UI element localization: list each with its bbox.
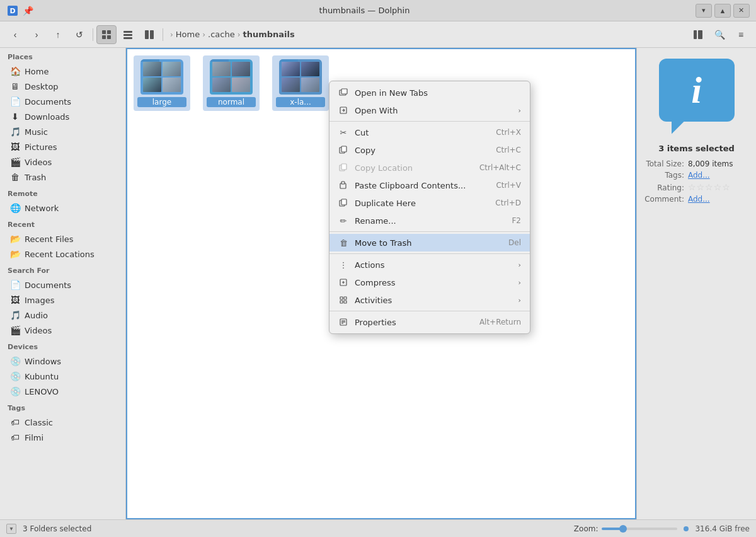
sidebar-item-lenovo[interactable]: 💿 LENOVO (3, 384, 123, 399)
svg-rect-5 (107, 35, 111, 39)
sidebar-item-pictures[interactable]: 🖼 Pictures (3, 139, 123, 154)
sidebar-item-home[interactable]: 🏠 Home (3, 64, 123, 79)
info-tags-add[interactable]: Add... (688, 171, 710, 180)
icons-view-button[interactable] (96, 25, 117, 44)
sidebar-item-recent-locations[interactable]: 📂 Recent Locations (3, 246, 123, 262)
thumb-x1 (282, 62, 300, 76)
ctx-rename[interactable]: ✏ Rename... F2 (329, 212, 530, 229)
info-comment-add[interactable]: Add... (688, 195, 710, 204)
thumb-x4 (301, 78, 319, 92)
up-button[interactable]: ↑ (48, 25, 68, 44)
ctx-copy-label: Copy (355, 146, 490, 155)
info-tags-label: Tags: (643, 171, 684, 180)
panel-button[interactable] (688, 25, 708, 44)
sidebar-item-search-videos[interactable]: 🎬 Videos (3, 323, 123, 338)
maximize-button[interactable]: ▲ (714, 4, 731, 18)
reload-button[interactable]: ↺ (69, 25, 89, 44)
ctx-compress-arrow: › (518, 279, 521, 287)
ctx-rename-label: Rename... (355, 216, 505, 226)
svg-text:D: D (9, 7, 15, 15)
pin-icon[interactable]: 📌 (23, 6, 33, 16)
ctx-move-trash-label: Move to Trash (355, 238, 502, 248)
ctx-compress-label: Compress (355, 278, 508, 287)
back-button[interactable]: ‹ (5, 25, 25, 44)
ctx-cut[interactable]: ✂ Cut Ctrl+X (329, 124, 530, 141)
folder-normal[interactable]: normal (203, 55, 260, 111)
ctx-compress[interactable]: Compress › (329, 274, 530, 291)
windows-icon: 💿 (10, 356, 20, 366)
sidebar-item-trash[interactable]: 🗑 Trash (3, 170, 123, 185)
hamburger-menu-button[interactable]: ≡ (731, 25, 751, 44)
forward-button[interactable]: › (26, 25, 47, 44)
sidebar-item-search-documents[interactable]: 📄 Documents (3, 277, 123, 292)
breadcrumb-cache[interactable]: .cache (208, 30, 235, 39)
ctx-actions[interactable]: ⋮ Actions › (329, 256, 530, 274)
ctx-activities-arrow: › (518, 296, 521, 304)
ctx-paste[interactable]: Paste Clipboard Contents... Ctrl+V (329, 176, 530, 194)
thumb-x3 (282, 78, 300, 92)
ctx-open-with-label: Open With (355, 106, 508, 115)
ctx-move-trash[interactable]: 🗑 Move to Trash Del (329, 234, 530, 251)
info-rating-stars[interactable]: ☆☆☆☆☆ (688, 182, 731, 192)
compact-view-button[interactable] (118, 25, 138, 44)
sidebar-item-windows[interactable]: 💿 Windows (3, 354, 123, 369)
sidebar-item-documents[interactable]: 📄 Documents (3, 94, 123, 109)
folder-xlarge[interactable]: x-la... (272, 55, 329, 111)
split-view-button[interactable] (139, 25, 159, 44)
breadcrumb-thumbnails[interactable]: thumbnails (243, 30, 294, 39)
ctx-open-with[interactable]: Open With › (329, 101, 530, 119)
sidebar-item-classic[interactable]: 🏷 Classic (3, 415, 123, 430)
sidebar-item-downloads[interactable]: ⬇ Downloads (3, 109, 123, 124)
svg-rect-2 (102, 30, 106, 34)
sidebar-item-search-images[interactable]: 🖼 Images (3, 292, 123, 308)
ctx-activities-label: Activities (355, 296, 508, 305)
ctx-copy[interactable]: Copy Ctrl+C (329, 141, 530, 159)
ctx-copy-location-label: Copy Location (355, 163, 473, 173)
svg-rect-19 (341, 164, 346, 170)
sidebar-item-desktop[interactable]: 🖥 Desktop (3, 79, 123, 94)
breadcrumb-home[interactable]: Home (176, 30, 200, 39)
ctx-trash-icon: 🗑 (338, 238, 348, 248)
sidebar-item-search-audio[interactable]: 🎵 Audio (3, 308, 123, 323)
minimize-button[interactable]: ▾ (696, 4, 712, 18)
ctx-duplicate-icon (338, 198, 348, 208)
file-view[interactable]: large normal (126, 48, 636, 519)
sidebar-label-music: Music (25, 127, 48, 137)
close-button[interactable]: ✕ (733, 4, 750, 18)
info-icon-area: i (656, 55, 738, 137)
sidebar-item-kubuntu[interactable]: 💿 Kubuntu (3, 369, 123, 384)
sidebar-item-filmi[interactable]: 🏷 Filmi (3, 430, 123, 445)
svg-rect-9 (145, 30, 149, 39)
ctx-duplicate[interactable]: Duplicate Here Ctrl+D (329, 194, 530, 212)
ctx-sep-1 (329, 121, 530, 122)
sidebar-item-videos[interactable]: 🎬 Videos (3, 154, 123, 170)
info-row-tags: Tags: Add... (643, 171, 750, 180)
home-icon: 🏠 (10, 66, 20, 76)
sidebar-item-music[interactable]: 🎵 Music (3, 124, 123, 139)
info-bubble-body: i (659, 59, 735, 122)
zoom-handle[interactable] (619, 525, 627, 533)
ctx-open-new-tabs[interactable]: Open in New Tabs (329, 84, 530, 101)
ctx-activities-icon (338, 295, 348, 305)
folder-large[interactable]: large (134, 55, 190, 111)
svg-rect-4 (102, 35, 106, 39)
svg-rect-6 (123, 31, 132, 33)
ctx-activities[interactable]: Activities › (329, 291, 530, 309)
search-button[interactable]: 🔍 (709, 25, 730, 44)
zoom-slider[interactable] (602, 528, 677, 530)
sidebar-section-tags: Tags (0, 399, 125, 415)
statusbar-toggle[interactable]: ▾ (6, 524, 16, 534)
ctx-properties[interactable]: Properties Alt+Return (329, 313, 530, 331)
folder-xlarge-label: x-la... (276, 97, 325, 107)
svg-rect-27 (340, 301, 343, 303)
sidebar-label-lenovo: LENOVO (25, 387, 59, 396)
sidebar-item-network[interactable]: 🌐 Network (3, 200, 123, 216)
breadcrumb-sep-2: › (238, 30, 241, 39)
search-videos-icon: 🎬 (10, 325, 20, 335)
sidebar-item-recent-files[interactable]: 📂 Recent Files (3, 231, 123, 246)
ctx-open-tabs-icon (338, 88, 348, 98)
info-letter: i (691, 69, 702, 112)
ctx-copy-location-icon (338, 163, 348, 173)
downloads-icon: ⬇ (10, 112, 20, 122)
ctx-cut-shortcut: Ctrl+X (496, 128, 521, 137)
